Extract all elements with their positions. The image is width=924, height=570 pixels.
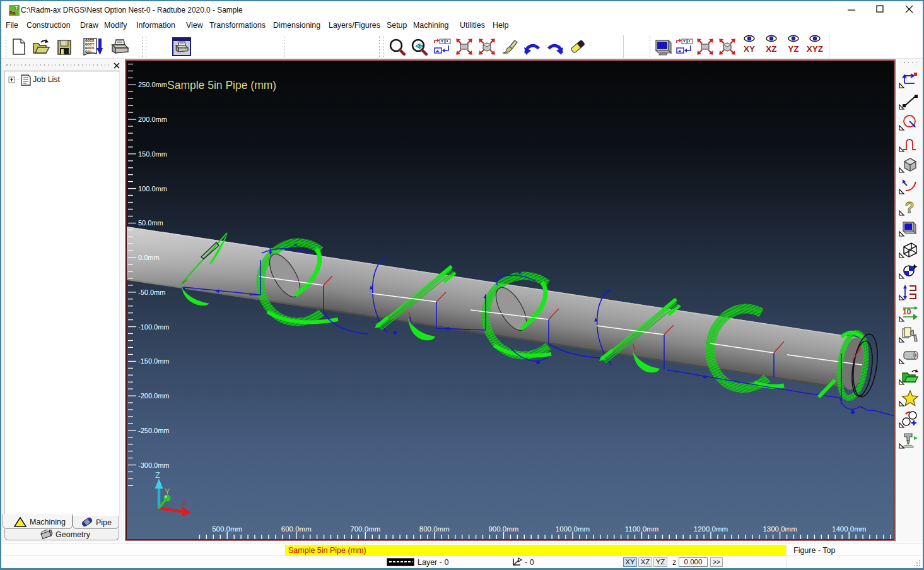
svg-text:900.0mm: 900.0mm — [488, 525, 518, 533]
svg-text:1200.0mm: 1200.0mm — [694, 525, 728, 533]
svg-text:1300.0mm: 1300.0mm — [763, 525, 797, 533]
svg-text:1400.0mm: 1400.0mm — [832, 525, 866, 533]
svg-text:Ra: Ra — [9, 10, 16, 16]
svg-text:-150.0mm: -150.0mm — [138, 357, 170, 365]
svg-text:-200.0mm: -200.0mm — [138, 392, 170, 400]
svg-text:250.0mm: 250.0mm — [138, 81, 167, 88]
svg-text:50.0mm: 50.0mm — [138, 219, 163, 227]
svg-text:700.0mm: 700.0mm — [350, 525, 380, 533]
svg-text:0.0mm: 0.0mm — [138, 254, 160, 261]
svg-text:-50.0mm: -50.0mm — [138, 288, 165, 296]
svg-text:500.0mm: 500.0mm — [212, 525, 242, 533]
svg-text:Y: Y — [165, 487, 170, 496]
svg-text:200.0mm: 200.0mm — [138, 116, 167, 123]
svg-text:600.0mm: 600.0mm — [281, 525, 312, 533]
svg-text:800.0mm: 800.0mm — [419, 525, 450, 533]
svg-text:-300.0mm: -300.0mm — [138, 461, 170, 469]
svg-text:1000.0mm: 1000.0mm — [556, 525, 590, 533]
svg-text:100.0mm: 100.0mm — [138, 185, 167, 193]
svg-text:T: T — [15, 6, 18, 10]
svg-text:X: X — [182, 498, 187, 508]
svg-text:XY: XY — [744, 44, 755, 54]
svg-text:10: 10 — [903, 307, 911, 316]
svg-text:Sample 5in Pipe (mm): Sample 5in Pipe (mm) — [167, 79, 276, 92]
svg-text:?: ? — [905, 199, 915, 216]
svg-text:150.0mm: 150.0mm — [138, 150, 167, 158]
svg-text:XYZ: XYZ — [807, 44, 823, 54]
svg-text:1100.0mm: 1100.0mm — [625, 525, 658, 533]
svg-text:-100.0mm: -100.0mm — [138, 323, 170, 331]
svg-text:-250.0mm: -250.0mm — [138, 427, 170, 434]
svg-text:XZ: XZ — [766, 44, 776, 54]
svg-text:YZ: YZ — [788, 44, 798, 54]
svg-text:GO!: GO! — [85, 50, 92, 54]
svg-text:Z: Z — [155, 470, 160, 480]
